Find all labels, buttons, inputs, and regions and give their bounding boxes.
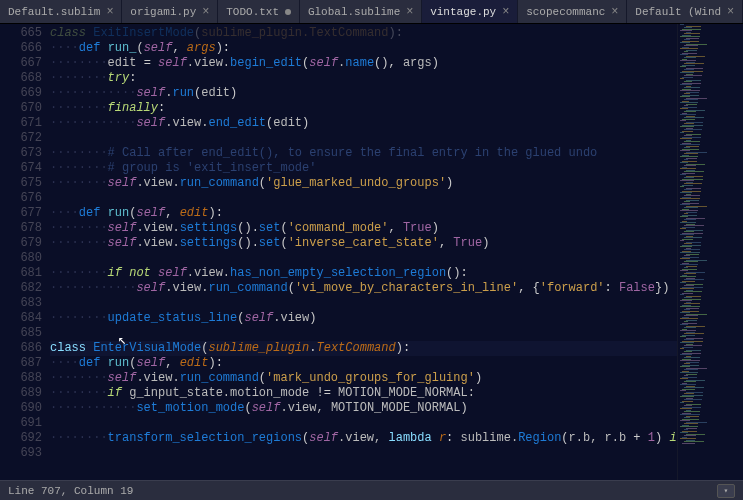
minimap[interactable] [677, 24, 743, 480]
code-line [50, 326, 677, 341]
code-line: ········finally: [50, 101, 677, 116]
code-line: ············self.view.run_command('vi_mo… [50, 281, 677, 296]
line-number: 675 [0, 176, 42, 191]
line-number: 676 [0, 191, 42, 206]
line-number: 679 [0, 236, 42, 251]
line-number: 686 [0, 341, 42, 356]
status-bar: Line 707, Column 19 ▾ [0, 480, 743, 500]
line-number: 680 [0, 251, 42, 266]
line-number: 665 [0, 26, 42, 41]
line-number: 674 [0, 161, 42, 176]
code-line: ········self.view.settings().set('comman… [50, 221, 677, 236]
line-number: 688 [0, 371, 42, 386]
code-line: ········edit = self.view.begin_edit(self… [50, 56, 677, 71]
tab-4[interactable]: vintage.py× [422, 0, 518, 23]
code-line [50, 416, 677, 431]
line-number: 678 [0, 221, 42, 236]
line-number: 671 [0, 116, 42, 131]
code-line: ········self.view.settings().set('invers… [50, 236, 677, 251]
code-line: ········update_status_line(self.view) [50, 311, 677, 326]
tab-label: Global.sublime [308, 6, 400, 18]
line-number: 677 [0, 206, 42, 221]
line-number: 693 [0, 446, 42, 461]
line-number: 687 [0, 356, 42, 371]
close-icon[interactable]: × [611, 5, 618, 19]
tab-5[interactable]: scopecommanc× [518, 0, 627, 23]
close-icon[interactable]: × [727, 5, 734, 19]
close-icon[interactable]: × [502, 5, 509, 19]
line-number: 667 [0, 56, 42, 71]
line-number: 692 [0, 431, 42, 446]
tab-2[interactable]: TODO.txt [218, 0, 300, 23]
code-line: ········transform_selection_regions(self… [50, 431, 677, 446]
code-line [50, 131, 677, 146]
line-number: 670 [0, 101, 42, 116]
line-number: 673 [0, 146, 42, 161]
tab-label: Default.sublim [8, 6, 100, 18]
line-number: 669 [0, 86, 42, 101]
tab-3[interactable]: Global.sublime× [300, 0, 422, 23]
tab-label: scopecommanc [526, 6, 605, 18]
editor-area: 6656666676686696706716726736746756766776… [0, 24, 743, 480]
code-content[interactable]: class ExitInsertMode(sublime_plugin.Text… [50, 24, 677, 480]
code-line: class ExitInsertMode(sublime_plugin.Text… [50, 26, 677, 41]
tab-0[interactable]: Default.sublim× [0, 0, 122, 23]
tab-bar: Default.sublim×origami.py×TODO.txtGlobal… [0, 0, 743, 24]
line-number: 684 [0, 311, 42, 326]
tab-label: vintage.py [430, 6, 496, 18]
code-line: ········self.view.run_command('mark_undo… [50, 371, 677, 386]
line-number: 689 [0, 386, 42, 401]
status-position: Line 707, Column 19 [8, 485, 133, 497]
tab-label: TODO.txt [226, 6, 279, 18]
code-line: ············self.run(edit) [50, 86, 677, 101]
code-line: ········# group is 'exit_insert_mode' [50, 161, 677, 176]
line-number: 682 [0, 281, 42, 296]
code-line: class EnterVisualMode(sublime_plugin.Tex… [50, 341, 677, 356]
dirty-indicator-icon [285, 9, 291, 15]
code-line: ············self.view.end_edit(edit) [50, 116, 677, 131]
code-line: ····def run(self, edit): [50, 356, 677, 371]
close-icon[interactable]: × [202, 5, 209, 19]
line-number: 681 [0, 266, 42, 281]
line-number: 672 [0, 131, 42, 146]
code-line: ········if g_input_state.motion_mode != … [50, 386, 677, 401]
code-line [50, 296, 677, 311]
line-number: 691 [0, 416, 42, 431]
code-line: ········self.view.run_command('glue_mark… [50, 176, 677, 191]
line-number: 666 [0, 41, 42, 56]
line-number: 683 [0, 296, 42, 311]
tab-label: origami.py [130, 6, 196, 18]
line-number: 685 [0, 326, 42, 341]
close-icon[interactable]: × [106, 5, 113, 19]
code-line: ········# Call after end_edit(), to ensu… [50, 146, 677, 161]
line-number: 690 [0, 401, 42, 416]
code-line [50, 251, 677, 266]
code-line: ············set_motion_mode(self.view, M… [50, 401, 677, 416]
tab-label: Default (Wind [635, 6, 721, 18]
code-line: ········if not self.view.has_non_empty_s… [50, 266, 677, 281]
code-line: ····def run(self, edit): [50, 206, 677, 221]
line-number: 668 [0, 71, 42, 86]
code-line: ····def run_(self, args): [50, 41, 677, 56]
code-line [50, 191, 677, 206]
status-dropdown-button[interactable]: ▾ [717, 484, 735, 498]
line-gutter: 6656666676686696706716726736746756766776… [0, 24, 50, 480]
code-line: ········try: [50, 71, 677, 86]
code-line [50, 446, 677, 461]
close-icon[interactable]: × [406, 5, 413, 19]
tab-1[interactable]: origami.py× [122, 0, 218, 23]
tab-6[interactable]: Default (Wind× [627, 0, 743, 23]
